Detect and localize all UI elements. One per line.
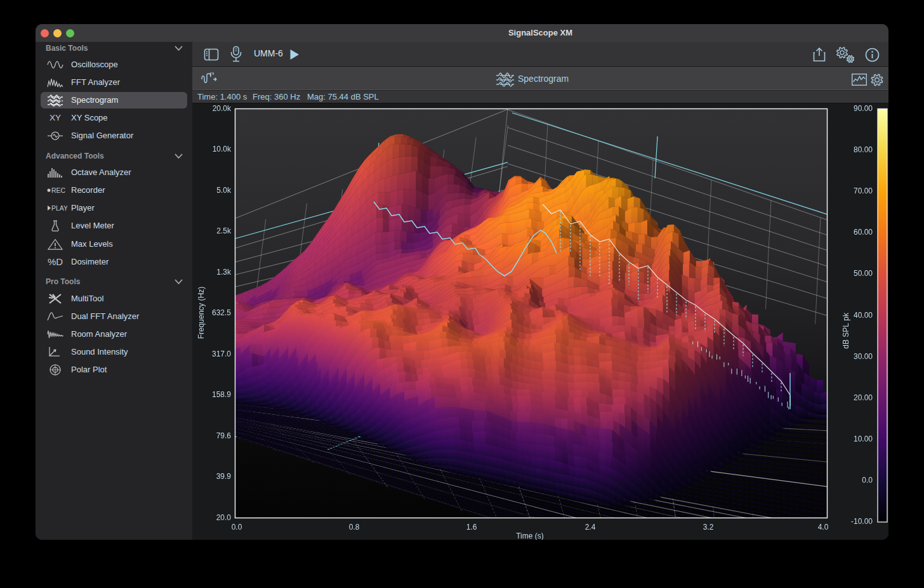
svg-text:%D: %D <box>48 256 63 267</box>
svg-text:REC: REC <box>51 186 66 194</box>
svg-text:PLAY: PLAY <box>51 204 67 212</box>
svg-text:XY: XY <box>50 113 61 122</box>
